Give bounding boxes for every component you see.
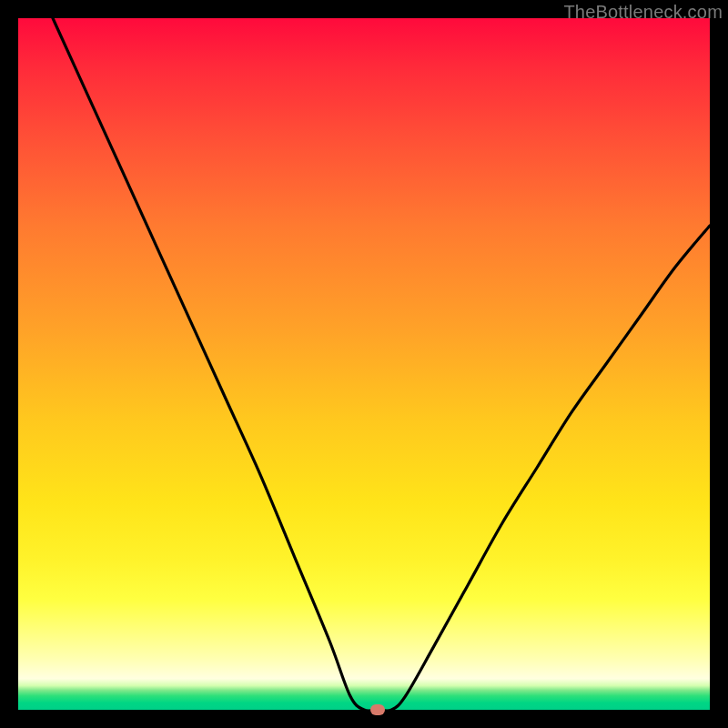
curve-layer xyxy=(18,18,710,710)
optimal-marker xyxy=(370,704,385,715)
bottleneck-curve xyxy=(53,18,710,711)
chart-frame: TheBottleneck.com xyxy=(0,0,728,728)
